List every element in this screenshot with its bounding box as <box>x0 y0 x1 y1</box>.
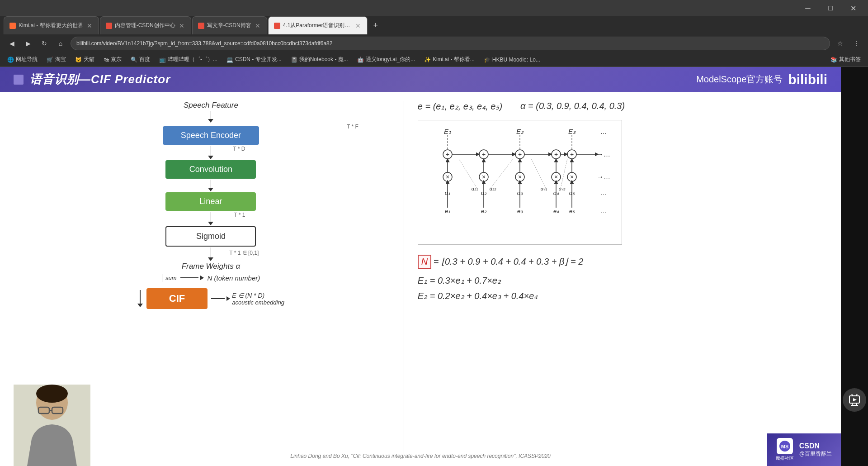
convolution-box: Convolution <box>165 160 256 179</box>
browser-menu[interactable]: ⋮ <box>850 37 863 50</box>
bookmark-other[interactable]: 📚 其他书签 <box>827 55 864 64</box>
top-equations: e = (e₁, e₂, e₃, e₄, e₅) α = (0.3, 0.9, … <box>418 101 827 112</box>
right-panel: e = (e₁, e₂, e₃, e₄, e₅) α = (0.3, 0.9, … <box>404 92 841 466</box>
alpha21-label: α₂₁ <box>472 186 478 191</box>
arrow-to-cif <box>137 290 143 307</box>
bookmark-other-label: 其他书签 <box>839 56 861 63</box>
e4-bottom: e₄ <box>553 208 559 214</box>
cif-output-head <box>226 296 230 301</box>
svg-text:…: … <box>600 208 606 214</box>
cif-diagram-svg: E₁ E₂ E₃ … + + <box>423 125 617 238</box>
arrow-line-5 <box>211 247 212 257</box>
tab-title-csdn2: 写文章-CSDN博客 <box>207 22 251 29</box>
cif-output-line <box>211 298 225 299</box>
e1-label: E₁ <box>444 128 451 135</box>
forward-button[interactable]: ▶ <box>22 37 34 50</box>
arrow-head-1 <box>208 119 213 123</box>
back-button[interactable]: ◀ <box>5 37 18 50</box>
tab-csdn-write[interactable]: 写文章-CSDN博客 ✕ <box>192 16 267 34</box>
svg-text:→…: →… <box>597 150 610 158</box>
n-equation-row: N = ⌊0.3 + 0.9 + 0.4 + 0.4 + 0.3 + β⌋ = … <box>418 255 827 269</box>
new-tab-button[interactable]: + <box>368 16 383 34</box>
tab-close-csdn2[interactable]: ✕ <box>254 21 261 30</box>
bookmark-tongyi[interactable]: 🤖 通义tongyi.ai_你的... <box>354 55 419 64</box>
video-header: 语音识别—CIF Predictor ModelScope官方账号 bilibi… <box>0 67 841 92</box>
bili-tv-button[interactable] <box>843 388 866 412</box>
svg-text:×: × <box>570 173 574 181</box>
svg-text:+: + <box>446 151 449 158</box>
bookmark-kimi-label: Kimi.ai - 帮你看... <box>433 56 475 63</box>
tab-close-csdn1[interactable]: ✕ <box>178 21 185 30</box>
bookmark-csdn-label: CSDN - 专业开发... <box>235 56 282 63</box>
arrow-line-2 <box>211 146 212 156</box>
svg-text:+: + <box>570 151 574 158</box>
tab-bilibili-active[interactable]: 4.1从Paraformer语音识别到Sen... ✕ <box>268 16 368 34</box>
csdn-logo-area: CSDN @百里香酥兰 <box>799 442 832 458</box>
home-button[interactable]: ⌂ <box>54 37 67 50</box>
arrow-head-3 <box>208 188 213 191</box>
e3-bottom: e₃ <box>517 208 523 214</box>
n-equation-rest: = ⌊0.3 + 0.9 + 0.4 + 0.4 + 0.3 + β⌋ = 2 <box>434 257 584 266</box>
e3-label: E₃ <box>568 128 576 135</box>
tab-close-bili[interactable]: ✕ <box>354 21 362 30</box>
cif-row: CIF E ∈ (N * D) acoustic embedding <box>137 288 284 309</box>
arrow-to-frame-weights: T * 1 ∈ [0,1] <box>208 247 213 261</box>
bookmark-taobao-icon: 🛒 <box>47 57 53 63</box>
speech-feature-label: Speech Feature <box>184 101 238 110</box>
url-text: bilibili.com/video/BV1n1421b7jg/?spm_id_… <box>76 40 332 47</box>
bookmark-jd-label: 京东 <box>111 56 122 63</box>
citation: Linhao Dong and Bo Xu, "Cif: Continuous … <box>290 453 551 459</box>
bookmark-nav-label: 网址导航 <box>16 56 38 63</box>
e2-bottom: e₂ <box>481 208 487 214</box>
acoustic-label: E ∈ (N * D) <box>232 292 284 299</box>
cif-arrow-head <box>137 304 143 307</box>
bookmark-bili-icon: 📺 <box>159 57 166 63</box>
arrow-to-conv: T * D <box>208 146 213 159</box>
bookmark-bilibili[interactable]: 📺 哔哩哔哩（゜-゜）... <box>156 55 221 64</box>
modelscope-label: ModelScope官方账号 <box>696 73 783 86</box>
refresh-button[interactable]: ↻ <box>38 37 51 50</box>
tab-close-kimi[interactable]: ✕ <box>86 21 93 30</box>
tab-kimi[interactable]: Kimi.ai - 帮你看更大的世界 ✕ <box>4 16 99 34</box>
bookmark-tianmao-label: 天猫 <box>84 56 94 63</box>
maximize-button[interactable]: □ <box>820 1 841 15</box>
bookmark-notebook[interactable]: 📓 我的Notebook - 魔... <box>287 55 352 64</box>
close-button[interactable]: ✕ <box>843 1 863 15</box>
tab-csdn-manage[interactable]: 内容管理-CSDN创作中心 ✕ <box>100 16 191 34</box>
tab-title-kimi: Kimi.ai - 帮你看更大的世界 <box>19 22 83 29</box>
tab-title-csdn1: 内容管理-CSDN创作中心 <box>115 22 175 29</box>
bookmark-jd[interactable]: 🛍 京东 <box>100 55 125 64</box>
bookmark-baidu[interactable]: 🔍 百度 <box>127 55 154 64</box>
svg-marker-49 <box>853 398 857 401</box>
bookmark-taobao[interactable]: 🛒 淘宝 <box>43 55 70 64</box>
header-icon <box>14 75 24 85</box>
t1-range-label: T * 1 ∈ [0,1] <box>229 250 259 256</box>
linear-box: Linear <box>165 192 256 211</box>
modelscope-text-bottom: 魔搭社区 <box>776 455 794 461</box>
e2-equation: E₂ = 0.2×e₂ + 0.4×e₃ + 0.4×e₄ <box>418 290 827 301</box>
bookmark-taobao-label: 淘宝 <box>55 56 66 63</box>
bookmark-hkbu[interactable]: 🎓 HKBU Moodle: Lo... <box>480 56 544 64</box>
bookmark-nb-icon: 📓 <box>291 57 297 63</box>
sum-label: sum <box>165 275 177 281</box>
right-sidebar <box>841 67 868 466</box>
arrow-head-4 <box>208 222 213 225</box>
equation-alpha: α = (0.3, 0.9, 0.4, 0.4, 0.3) <box>520 101 625 112</box>
bookmark-csdn[interactable]: 💻 CSDN - 专业开发... <box>223 55 285 64</box>
acoustic-labels: E ∈ (N * D) acoustic embedding <box>232 292 284 306</box>
sum-left-line <box>162 274 163 282</box>
svg-text:+: + <box>518 151 522 158</box>
url-input[interactable]: bilibili.com/video/BV1n1421b7jg/?spm_id_… <box>71 37 830 50</box>
alpha42-label: α₄₂ <box>559 186 566 191</box>
svg-text:×: × <box>554 173 558 181</box>
bookmark-star[interactable]: ☆ <box>834 37 846 50</box>
e1-bottom: e₁ <box>445 208 450 214</box>
bookmark-kimi[interactable]: ✨ Kimi.ai - 帮你看... <box>420 55 478 64</box>
minimize-button[interactable]: ─ <box>797 1 818 15</box>
bookmark-tianmao[interactable]: 🐱 天猫 <box>71 55 98 64</box>
bookmark-nav[interactable]: 🌐 网址导航 <box>4 55 41 64</box>
svg-line-31 <box>459 159 477 188</box>
bookmark-nav-icon: 🌐 <box>7 57 14 63</box>
left-panel: Speech Feature T * F Speech Encoder T * … <box>0 92 404 466</box>
td-label: T * D <box>233 146 245 152</box>
